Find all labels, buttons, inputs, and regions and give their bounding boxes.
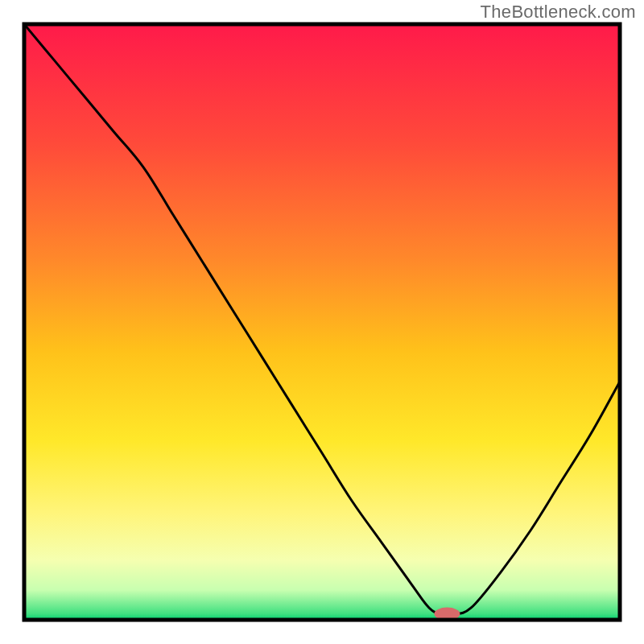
watermark-text: TheBottleneck.com	[481, 2, 636, 23]
bottleneck-chart	[0, 0, 644, 644]
